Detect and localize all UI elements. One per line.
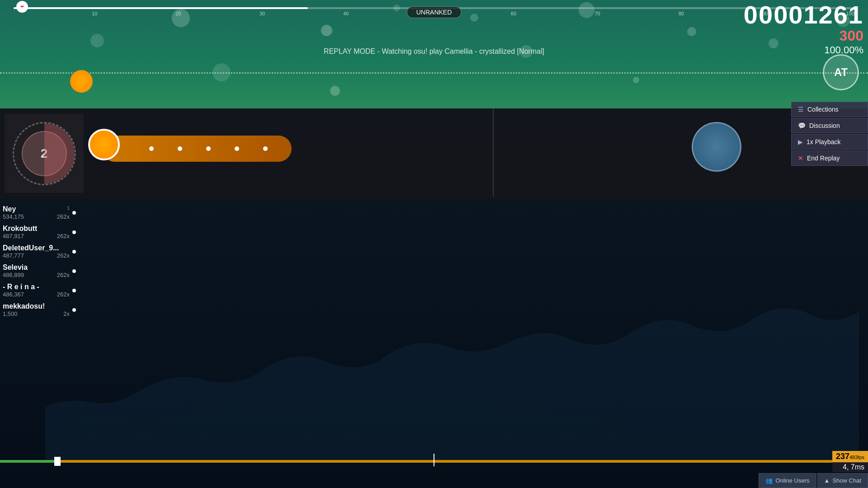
chat-icon: ▲ bbox=[824, 477, 830, 484]
lb-dot bbox=[72, 308, 76, 312]
discussion-icon: 💬 bbox=[798, 122, 806, 129]
lb-entry-5: - R e i n a - 486,367 262x bbox=[0, 281, 72, 300]
lb-dot bbox=[72, 211, 76, 215]
collections-icon: ☰ bbox=[798, 106, 804, 113]
spinner-widget: 2 bbox=[5, 114, 84, 193]
leaderboard: 1 Ney 534,175 262x Krokobutt 487,917 262… bbox=[0, 203, 72, 320]
landscape-silhouette bbox=[45, 280, 859, 461]
score-combo: 300 bbox=[744, 28, 863, 44]
end-replay-button[interactable]: ✕ End Replay bbox=[791, 150, 868, 166]
vertical-line bbox=[493, 108, 494, 197]
progress-green bbox=[0, 460, 54, 463]
progress-center-marker bbox=[434, 454, 434, 466]
lb-dot bbox=[72, 269, 76, 273]
score-accuracy: 100.00% bbox=[744, 44, 863, 56]
fps-value: 237483fps bbox=[832, 451, 868, 462]
spinner-circle: 2 bbox=[13, 122, 76, 185]
fps-display: 237483fps 4, 7ms bbox=[832, 451, 868, 472]
right-panel: ☰ Collections 💬 Discussion ▶ 1x Playback… bbox=[791, 102, 868, 167]
dotted-line-top bbox=[0, 72, 868, 74]
show-chat-button[interactable]: ▲ Show Chat bbox=[817, 473, 868, 488]
online-users-button[interactable]: 👥 Online Users bbox=[759, 473, 816, 488]
lb-entry-3: DeletedUser_9... 487,777 262x bbox=[0, 242, 72, 261]
discussion-button[interactable]: 💬 Discussion bbox=[791, 118, 868, 133]
blue-circle bbox=[692, 122, 741, 172]
slider-dot bbox=[149, 146, 154, 151]
hit-circle-top bbox=[70, 70, 93, 93]
lb-entry-6: mekkadosu! 1,500 2x bbox=[0, 300, 72, 319]
slider-dot bbox=[178, 146, 182, 151]
replay-mode-text: REPLAY MODE - Watching osu! play Camelli… bbox=[324, 47, 544, 56]
slider-dot bbox=[263, 146, 268, 151]
playback-button[interactable]: ▶ 1x Playback bbox=[791, 134, 868, 150]
avatar: AT bbox=[823, 54, 859, 90]
lower-background bbox=[0, 199, 868, 488]
lb-entry-4: Selevia 486,899 262x bbox=[0, 262, 72, 280]
ms-value: 4, 7ms bbox=[832, 462, 868, 472]
playback-icon: ▶ bbox=[798, 138, 803, 145]
lb-dot bbox=[72, 289, 76, 292]
lb-entry-1: 1 Ney 534,175 262x bbox=[0, 203, 72, 222]
collections-button[interactable]: ☰ Collections bbox=[791, 102, 868, 117]
lb-dot bbox=[72, 230, 76, 234]
slider-ball bbox=[88, 129, 120, 160]
progress-bar-fill bbox=[14, 7, 308, 9]
end-replay-icon: ✕ bbox=[798, 155, 803, 162]
unranked-badge: UNRANKED bbox=[407, 6, 462, 18]
online-users-icon: 👥 bbox=[765, 477, 773, 484]
slider-dot bbox=[235, 146, 239, 151]
progress-yellow bbox=[61, 460, 868, 463]
bottom-right-panel: 👥 Online Users ▲ Show Chat bbox=[759, 473, 868, 488]
lb-dot bbox=[72, 250, 76, 253]
score-number: 00001261 bbox=[744, 2, 863, 28]
slider-body bbox=[102, 136, 292, 162]
progress-marker bbox=[54, 457, 61, 466]
spinner-half bbox=[14, 123, 75, 184]
slider-dot bbox=[206, 146, 211, 151]
slider-element bbox=[88, 129, 292, 169]
lb-entry-2: Krokobutt 487,917 262x bbox=[0, 223, 72, 241]
score-display: 00001261 300 100.00% bbox=[744, 2, 863, 56]
